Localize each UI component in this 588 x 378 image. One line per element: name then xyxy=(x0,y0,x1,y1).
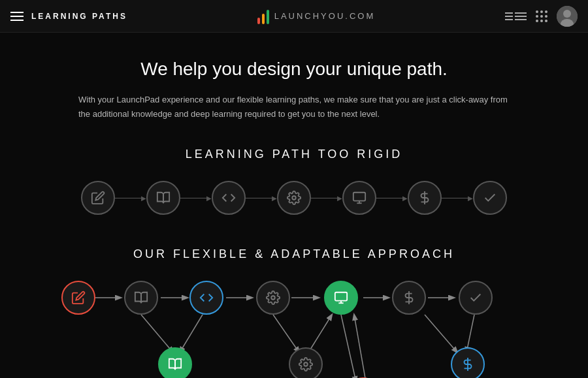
hero-desc: With your LaunchPad experience and our f… xyxy=(78,93,510,121)
flex-node-gear-gray-top xyxy=(256,281,290,315)
flex-node-code-blue xyxy=(189,281,223,315)
svg-line-19 xyxy=(354,315,366,378)
header-right xyxy=(505,6,578,27)
svg-point-1 xyxy=(563,10,571,18)
svg-point-22 xyxy=(271,296,275,300)
svg-line-17 xyxy=(308,315,332,353)
flex-node-book-green xyxy=(158,347,192,378)
flexible-section-title: OUR FLEXIBLE & ADAPTABLE APPROACH xyxy=(52,247,536,261)
flexible-path-container xyxy=(59,281,529,378)
rigid-node-edit xyxy=(81,181,115,215)
svg-line-14 xyxy=(141,315,173,353)
header-center: LAUNCHYOU.COM xyxy=(257,8,376,24)
rigid-node-check xyxy=(473,181,507,215)
logo-text: LAUNCHYOU.COM xyxy=(274,11,376,21)
hero-title: We help you design your unique path. xyxy=(52,59,536,80)
flex-node-dollar-gray xyxy=(392,281,426,315)
list-view-icon[interactable] xyxy=(505,12,527,20)
rigid-node-monitor xyxy=(342,181,376,215)
flex-node-dollar-blue xyxy=(451,347,485,378)
hamburger-icon[interactable] xyxy=(10,12,24,21)
flex-node-check-gray xyxy=(459,281,493,315)
rigid-section-title: LEARNING PATH TOO RIGID xyxy=(52,148,536,161)
svg-point-27 xyxy=(304,362,308,366)
svg-rect-4 xyxy=(353,193,365,201)
avatar[interactable] xyxy=(557,6,578,27)
flex-node-book-gray xyxy=(124,281,158,315)
svg-line-15 xyxy=(180,315,203,353)
rigid-path-container: ▶ ▶ ▶ xyxy=(52,181,536,215)
rigid-node-dollar xyxy=(408,181,442,215)
svg-rect-23 xyxy=(335,292,347,301)
svg-point-3 xyxy=(292,196,296,200)
flex-node-edit xyxy=(61,281,95,315)
header-left: LEARNING PATHS xyxy=(10,12,127,21)
grid-view-icon[interactable] xyxy=(536,10,547,22)
site-title: LEARNING PATHS xyxy=(31,12,127,21)
flex-node-gear-gray-bottom xyxy=(289,347,323,378)
rigid-node-code xyxy=(212,181,246,215)
rigid-node-book xyxy=(146,181,180,215)
flex-node-monitor-green xyxy=(324,281,358,315)
logo-bars-icon xyxy=(257,8,269,24)
svg-line-18 xyxy=(341,315,356,378)
svg-line-20 xyxy=(425,315,457,353)
svg-line-16 xyxy=(273,315,299,353)
rigid-node-gear xyxy=(277,181,311,215)
rigid-nodes: ▶ ▶ ▶ xyxy=(81,181,507,215)
